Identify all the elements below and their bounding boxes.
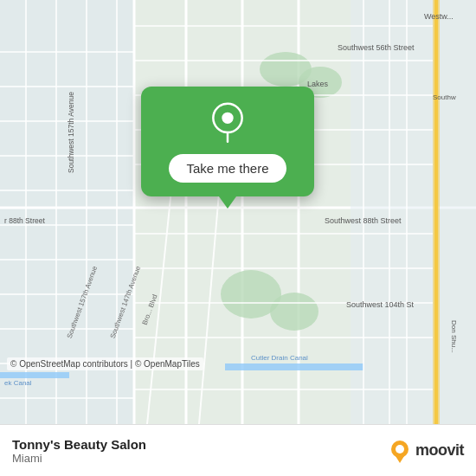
place-name: Tonny's Beauty Salon [12,437,146,452]
svg-text:Cutler Drain Canal: Cutler Drain Canal [251,354,308,362]
svg-text:Don Shu...: Don Shu... [450,320,458,353]
take-me-there-button[interactable]: Take me there [169,154,286,183]
place-info: Tonny's Beauty Salon Miami [12,437,146,465]
moovit-icon [388,439,412,463]
moovit-logo: moovit [388,439,464,463]
map-view: Southwest 56th Street Southwest 88th Str… [0,0,476,424]
svg-point-62 [222,113,233,124]
svg-text:ek Canal: ek Canal [4,379,32,387]
place-city: Miami [12,452,146,465]
svg-marker-66 [396,456,404,463]
moovit-text: moovit [415,441,464,460]
svg-text:Southwest 88th Street: Southwest 88th Street [325,216,402,225]
svg-text:Southw: Southw [433,93,456,101]
svg-text:Westw...: Westw... [424,12,453,21]
navigation-popup: Take me there [141,87,314,196]
svg-text:Southwest 157th Avenue: Southwest 157th Avenue [67,92,75,173]
svg-rect-23 [351,0,476,424]
map-attribution: © OpenStreetMap contributors | © OpenMap… [7,357,203,370]
svg-text:Lakes: Lakes [307,80,329,88]
bottom-bar: Tonny's Beauty Salon Miami moovit [0,424,476,476]
svg-point-29 [270,293,318,331]
svg-text:Southwest 56th Street: Southwest 56th Street [338,43,415,52]
svg-text:Southwest 104th St: Southwest 104th St [346,300,415,309]
svg-text:r 88th Street: r 88th Street [4,216,45,225]
svg-point-65 [396,445,404,453]
svg-rect-30 [225,363,363,370]
location-pin-icon [206,102,249,145]
svg-rect-31 [0,372,69,378]
